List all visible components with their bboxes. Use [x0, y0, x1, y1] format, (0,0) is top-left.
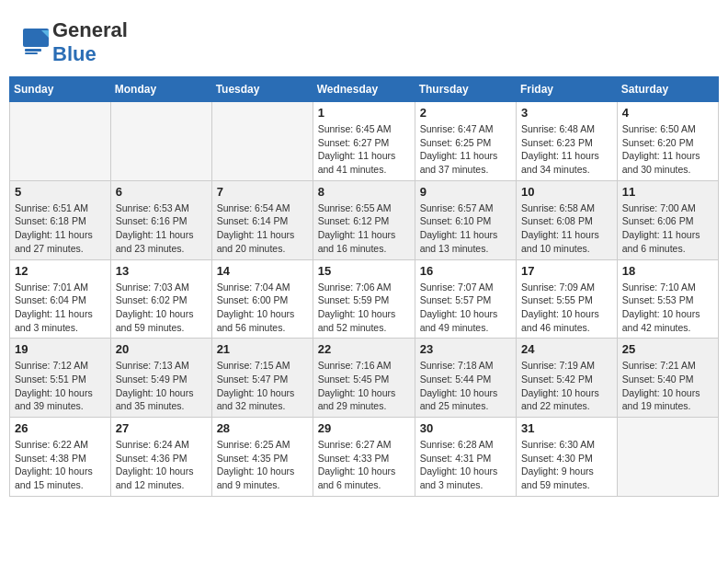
calendar-cell: 30Sunrise: 6:28 AM Sunset: 4:31 PM Dayli…: [415, 418, 516, 497]
day-info: Sunrise: 7:09 AM Sunset: 5:55 PM Dayligh…: [521, 281, 612, 335]
day-number: 27: [116, 421, 207, 435]
day-number: 14: [217, 264, 308, 278]
day-number: 31: [521, 421, 612, 435]
calendar-cell: 4Sunrise: 6:50 AM Sunset: 6:20 PM Daylig…: [617, 102, 718, 181]
day-info: Sunrise: 6:24 AM Sunset: 4:36 PM Dayligh…: [116, 438, 207, 492]
day-number: 19: [15, 342, 106, 356]
day-number: 25: [622, 342, 713, 356]
day-info: Sunrise: 6:48 AM Sunset: 6:23 PM Dayligh…: [521, 122, 612, 177]
calendar-cell: 10Sunrise: 6:58 AM Sunset: 6:08 PM Dayli…: [517, 180, 618, 259]
calendar-cell: [211, 102, 313, 181]
calendar-cell: 16Sunrise: 7:07 AM Sunset: 5:57 PM Dayli…: [415, 259, 516, 339]
weekday-header-saturday: Saturday: [617, 77, 718, 102]
weekday-header-monday: Monday: [110, 77, 211, 102]
day-info: Sunrise: 7:19 AM Sunset: 5:42 PM Dayligh…: [521, 359, 612, 413]
day-number: 4: [622, 106, 713, 120]
calendar-cell: 28Sunrise: 6:25 AM Sunset: 4:35 PM Dayli…: [211, 418, 313, 497]
day-info: Sunrise: 7:12 AM Sunset: 5:51 PM Dayligh…: [15, 359, 106, 413]
calendar-cell: 20Sunrise: 7:13 AM Sunset: 5:49 PM Dayli…: [110, 339, 211, 418]
calendar-cell: 26Sunrise: 6:22 AM Sunset: 4:38 PM Dayli…: [10, 418, 111, 497]
weekday-header-wednesday: Wednesday: [313, 77, 415, 102]
calendar-cell: 12Sunrise: 7:01 AM Sunset: 6:04 PM Dayli…: [10, 259, 111, 339]
page-header: GeneralBlue: [9, 9, 719, 71]
calendar-cell: 25Sunrise: 7:21 AM Sunset: 5:40 PM Dayli…: [617, 339, 718, 418]
day-info: Sunrise: 6:53 AM Sunset: 6:16 PM Dayligh…: [116, 201, 207, 256]
day-number: 12: [15, 264, 106, 278]
day-number: 26: [15, 421, 106, 435]
day-number: 24: [521, 342, 612, 356]
calendar-week-row: 19Sunrise: 7:12 AM Sunset: 5:51 PM Dayli…: [10, 339, 719, 418]
calendar-cell: [617, 418, 718, 497]
calendar-week-row: 26Sunrise: 6:22 AM Sunset: 4:38 PM Dayli…: [10, 418, 719, 497]
calendar-cell: 22Sunrise: 7:16 AM Sunset: 5:45 PM Dayli…: [313, 339, 415, 418]
day-number: 13: [116, 264, 207, 278]
day-info: Sunrise: 7:00 AM Sunset: 6:06 PM Dayligh…: [622, 201, 713, 256]
calendar-cell: 21Sunrise: 7:15 AM Sunset: 5:47 PM Dayli…: [211, 339, 313, 418]
day-number: 17: [521, 264, 612, 278]
day-info: Sunrise: 6:55 AM Sunset: 6:12 PM Dayligh…: [318, 201, 410, 256]
day-info: Sunrise: 6:28 AM Sunset: 4:31 PM Dayligh…: [420, 438, 511, 492]
day-info: Sunrise: 6:27 AM Sunset: 4:33 PM Dayligh…: [318, 438, 410, 492]
day-number: 9: [420, 185, 511, 199]
day-number: 1: [318, 106, 410, 120]
calendar-cell: 3Sunrise: 6:48 AM Sunset: 6:23 PM Daylig…: [517, 102, 618, 181]
day-info: Sunrise: 7:10 AM Sunset: 5:53 PM Dayligh…: [622, 281, 713, 335]
calendar-cell: 31Sunrise: 6:30 AM Sunset: 4:30 PM Dayli…: [517, 418, 618, 497]
day-number: 21: [217, 342, 308, 356]
weekday-header-tuesday: Tuesday: [211, 77, 313, 102]
weekday-header-friday: Friday: [517, 77, 618, 102]
day-number: 29: [318, 421, 410, 435]
day-info: Sunrise: 7:16 AM Sunset: 5:45 PM Dayligh…: [318, 359, 410, 413]
weekday-header-row: SundayMondayTuesdayWednesdayThursdayFrid…: [10, 77, 719, 102]
day-info: Sunrise: 7:18 AM Sunset: 5:44 PM Dayligh…: [420, 359, 511, 413]
calendar-cell: 17Sunrise: 7:09 AM Sunset: 5:55 PM Dayli…: [517, 259, 618, 339]
calendar-cell: 6Sunrise: 6:53 AM Sunset: 6:16 PM Daylig…: [110, 180, 211, 259]
calendar-cell: 18Sunrise: 7:10 AM Sunset: 5:53 PM Dayli…: [617, 259, 718, 339]
calendar-cell: 11Sunrise: 7:00 AM Sunset: 6:06 PM Dayli…: [617, 180, 718, 259]
calendar-cell: [10, 102, 111, 181]
day-number: 7: [217, 185, 308, 199]
day-info: Sunrise: 7:21 AM Sunset: 5:40 PM Dayligh…: [622, 359, 713, 413]
calendar-cell: 1Sunrise: 6:45 AM Sunset: 6:27 PM Daylig…: [313, 102, 415, 181]
day-info: Sunrise: 7:13 AM Sunset: 5:49 PM Dayligh…: [116, 359, 207, 413]
day-number: 28: [217, 421, 308, 435]
calendar-cell: 23Sunrise: 7:18 AM Sunset: 5:44 PM Dayli…: [415, 339, 516, 418]
logo: GeneralBlue: [23, 18, 128, 66]
day-number: 8: [318, 185, 410, 199]
calendar-cell: 8Sunrise: 6:55 AM Sunset: 6:12 PM Daylig…: [313, 180, 415, 259]
calendar-table: SundayMondayTuesdayWednesdayThursdayFrid…: [9, 76, 719, 497]
day-number: 18: [622, 264, 713, 278]
calendar-cell: 13Sunrise: 7:03 AM Sunset: 6:02 PM Dayli…: [110, 259, 211, 339]
svg-rect-2: [25, 49, 41, 52]
calendar-cell: 7Sunrise: 6:54 AM Sunset: 6:14 PM Daylig…: [211, 180, 313, 259]
weekday-header-sunday: Sunday: [10, 77, 111, 102]
calendar-cell: 19Sunrise: 7:12 AM Sunset: 5:51 PM Dayli…: [10, 339, 111, 418]
day-info: Sunrise: 7:07 AM Sunset: 5:57 PM Dayligh…: [420, 281, 511, 335]
day-info: Sunrise: 7:01 AM Sunset: 6:04 PM Dayligh…: [15, 281, 106, 335]
calendar-week-row: 5Sunrise: 6:51 AM Sunset: 6:18 PM Daylig…: [10, 180, 719, 259]
day-number: 30: [420, 421, 511, 435]
day-number: 5: [15, 185, 106, 199]
day-info: Sunrise: 6:22 AM Sunset: 4:38 PM Dayligh…: [15, 438, 106, 492]
day-info: Sunrise: 6:50 AM Sunset: 6:20 PM Dayligh…: [622, 122, 713, 177]
day-info: Sunrise: 7:15 AM Sunset: 5:47 PM Dayligh…: [217, 359, 308, 413]
calendar-cell: 9Sunrise: 6:57 AM Sunset: 6:10 PM Daylig…: [415, 180, 516, 259]
svg-rect-3: [25, 52, 38, 54]
calendar-cell: [110, 102, 211, 181]
day-number: 23: [420, 342, 511, 356]
weekday-header-thursday: Thursday: [415, 77, 516, 102]
day-info: Sunrise: 7:03 AM Sunset: 6:02 PM Dayligh…: [116, 281, 207, 335]
day-number: 16: [420, 264, 511, 278]
day-number: 6: [116, 185, 207, 199]
calendar-cell: 5Sunrise: 6:51 AM Sunset: 6:18 PM Daylig…: [10, 180, 111, 259]
day-info: Sunrise: 6:25 AM Sunset: 4:35 PM Dayligh…: [217, 438, 308, 492]
calendar-cell: 14Sunrise: 7:04 AM Sunset: 6:00 PM Dayli…: [211, 259, 313, 339]
day-number: 22: [318, 342, 410, 356]
calendar-week-row: 1Sunrise: 6:45 AM Sunset: 6:27 PM Daylig…: [10, 102, 719, 181]
calendar-cell: 2Sunrise: 6:47 AM Sunset: 6:25 PM Daylig…: [415, 102, 516, 181]
calendar-cell: 29Sunrise: 6:27 AM Sunset: 4:33 PM Dayli…: [313, 418, 415, 497]
day-info: Sunrise: 6:58 AM Sunset: 6:08 PM Dayligh…: [521, 201, 612, 256]
calendar-cell: 27Sunrise: 6:24 AM Sunset: 4:36 PM Dayli…: [110, 418, 211, 497]
day-info: Sunrise: 7:06 AM Sunset: 5:59 PM Dayligh…: [318, 281, 410, 335]
day-number: 10: [521, 185, 612, 199]
